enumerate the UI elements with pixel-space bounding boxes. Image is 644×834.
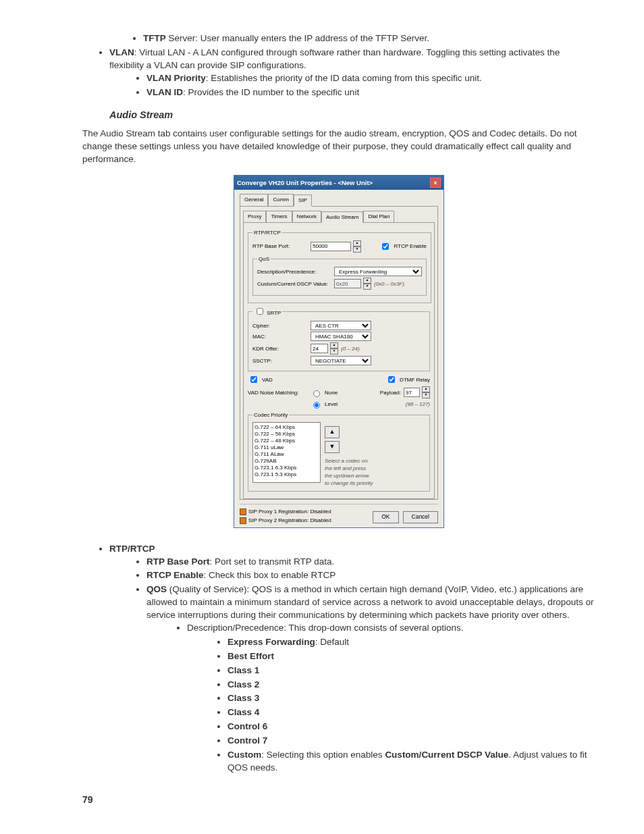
intro-paragraph: The Audio Stream tab contains user confi… — [82, 128, 595, 166]
codec-list[interactable]: G.722 – 64 Kbps G.722 – 56 Kbps G.722 – … — [252, 422, 321, 483]
vlan-priority-bullet: VLAN Priority: Establishes the priority … — [146, 72, 595, 85]
payload-input[interactable] — [404, 388, 420, 397]
dscp-input — [334, 279, 361, 288]
payload-label: Payload: — [380, 389, 401, 396]
vad-noise-label: VAD Noise Matching: — [248, 389, 307, 396]
rtp-legend: RTP/RTCP — [252, 229, 282, 236]
codec-up-button[interactable]: ▲ — [325, 426, 340, 438]
class2-bullet: Class 2 — [227, 679, 595, 692]
kdr-hint: (0 – 24) — [341, 345, 360, 353]
tab-timers[interactable]: Timers — [266, 211, 292, 222]
vlan-list: VLAN: Virtual LAN - A LAN configured thr… — [82, 47, 595, 99]
dtmf-checkbox[interactable] — [388, 376, 395, 383]
control7-bullet: Control 7 — [227, 735, 595, 748]
tab-audio-stream[interactable]: Audio Stream — [321, 211, 363, 223]
class3-bullet: Class 3 — [227, 692, 595, 705]
codec-down-button[interactable]: ▼ — [325, 441, 340, 453]
tftp-list: TFTP Server: User manually enters the IP… — [82, 32, 595, 45]
dialog-titlebar: Converge VH20 Unit Properties - <New Uni… — [234, 176, 444, 190]
qos-legend: QoS — [257, 255, 271, 263]
codec-group: Codec Priority G.722 – 64 Kbps G.722 – 5… — [248, 411, 430, 492]
tab-content: RTP/RTCP RTP Base Port: ▲▼ RTCP Enable Q — [243, 222, 435, 500]
vad-level-radio[interactable] — [313, 402, 320, 409]
class1-bullet: Class 1 — [227, 664, 595, 677]
vad-none-label: None — [325, 389, 338, 396]
vlan-id-bullet: VLAN ID: Provides the ID number to the s… — [146, 86, 595, 99]
codec-item[interactable]: G.722 – 56 Kbps — [254, 431, 319, 438]
rtp-base-port-input[interactable] — [311, 242, 351, 251]
payload-spinner[interactable]: ▲▼ — [422, 386, 430, 398]
mac-select[interactable]: HMAC SHA180 — [311, 332, 371, 341]
vad-checkbox[interactable] — [250, 376, 257, 383]
dialog-screenshot: Converge VH20 Unit Properties - <New Uni… — [82, 175, 595, 527]
dscp-label: Custom/Current DSCP Value: — [257, 280, 331, 288]
status-led-icon — [240, 509, 246, 515]
srtp-checkbox[interactable] — [257, 308, 263, 315]
audio-stream-heading: Audio Stream — [109, 108, 595, 122]
status-2: SIP Proxy 2 Registration: Disabled — [248, 517, 331, 524]
codec-hint: Select a codec on the left and press the… — [325, 457, 379, 488]
qos-sublist: Description/Precedence: This drop-down c… — [146, 622, 595, 635]
tab-general[interactable]: General — [240, 194, 268, 205]
dialog-window: Converge VH20 Unit Properties - <New Uni… — [234, 175, 444, 527]
top-tabs: General Comm SIP — [240, 194, 438, 205]
dialog-title: Converge VH20 Unit Properties - <New Uni… — [237, 178, 373, 187]
best-effort-bullet: Best Effort — [227, 650, 595, 663]
codec-item[interactable]: G.723.1 5.3 Kbps — [254, 471, 319, 478]
codec-item[interactable]: G.722 – 48 Kbps — [254, 438, 319, 444]
codec-item[interactable]: G.711 uLaw — [254, 444, 319, 451]
rtp-base-port-bullet: RTP Base Port: Port set to transmit RTP … — [146, 556, 595, 569]
tftp-bullet: TFTP Server: User manually enters the IP… — [143, 32, 595, 45]
dscp-spinner: ▲▼ — [363, 278, 371, 290]
page-content: TFTP Server: User manually enters the IP… — [82, 32, 595, 775]
codec-item[interactable]: G.723.1 6.3 Kbps — [254, 465, 319, 471]
dscp-hint: (0x0 – 0x3F) — [374, 280, 404, 288]
ssctp-label: SSCTP: — [252, 357, 308, 365]
vad-none-radio[interactable] — [313, 390, 320, 397]
desc-prec-select[interactable]: Express Forwarding — [334, 267, 422, 276]
tab-dial-plan[interactable]: Dial Plan — [363, 211, 394, 222]
tab-proxy[interactable]: Proxy — [243, 211, 266, 222]
vlan-bullet: VLAN: Virtual LAN - A LAN configured thr… — [109, 47, 595, 99]
desc-prec-bullet: Description/Precedence: This drop-down c… — [187, 622, 595, 635]
cipher-select[interactable]: AES CTR — [311, 321, 371, 330]
ok-button[interactable]: OK — [373, 511, 398, 523]
ssctp-select[interactable]: NEGOTIATE — [311, 356, 371, 365]
cancel-button[interactable]: Cancel — [403, 511, 438, 523]
rtcp-enable-label: RTCP Enable — [394, 242, 427, 250]
dtmf-label: DTMF Relay — [400, 376, 430, 384]
tab-comm[interactable]: Comm — [268, 194, 294, 205]
kdr-label: KDR Offer: — [252, 345, 308, 353]
payload-hint: (98 – 127) — [406, 400, 430, 408]
vad-label: VAD — [262, 376, 273, 384]
desc-prec-label: Description/Precedence: — [257, 268, 331, 276]
rtcp-enable-bullet: RTCP Enable: Check this box to enable RT… — [146, 569, 595, 582]
rtp-port-spinner[interactable]: ▲▼ — [353, 240, 361, 253]
rtp-group: RTP/RTCP RTP Base Port: ▲▼ RTCP Enable Q — [248, 229, 431, 303]
qos-bullet: QOS (Quality of Service): QOS is a metho… — [146, 583, 595, 774]
express-bullet: Express Forwarding: Default — [227, 636, 595, 649]
rtcp-enable-checkbox[interactable] — [382, 243, 389, 250]
vad-level-label: Level — [325, 400, 338, 408]
precedence-options: Express Forwarding: Default Best Effort … — [146, 636, 595, 775]
rtp-head-bullet: RTP/RTCP RTP Base Port: Port set to tran… — [109, 543, 595, 775]
sub-tabs: Proxy Timers Network Audio Stream Dial P… — [243, 211, 435, 222]
tab-sip[interactable]: SIP — [294, 194, 312, 206]
rtp-desc-list: RTP/RTCP RTP Base Port: Port set to tran… — [82, 543, 595, 775]
rtp-base-port-label: RTP Base Port: — [252, 242, 308, 250]
kdr-spinner[interactable]: ▲▼ — [330, 342, 338, 355]
codec-item[interactable]: G.729AB — [254, 458, 319, 465]
status-led-icon — [240, 517, 246, 524]
codec-item[interactable]: G.711 ALaw — [254, 451, 319, 458]
codec-item[interactable]: G.722 – 64 Kbps — [254, 424, 319, 431]
qos-group: QoS Description/Precedence: Express Forw… — [252, 255, 427, 296]
vlan-sublist: VLAN Priority: Establishes the priority … — [109, 72, 595, 99]
class4-bullet: Class 4 — [227, 706, 595, 719]
page-number: 79 — [82, 793, 595, 807]
rtp-sublist: RTP Base Port: Port set to transmit RTP … — [109, 556, 595, 775]
tab-network[interactable]: Network — [292, 211, 321, 222]
kdr-input[interactable] — [311, 344, 328, 353]
status-1: SIP Proxy 1 Registration: Disabled — [248, 508, 331, 515]
close-icon[interactable]: × — [430, 178, 441, 188]
custom-bullet: Custom: Selecting this option enables Cu… — [227, 749, 595, 775]
